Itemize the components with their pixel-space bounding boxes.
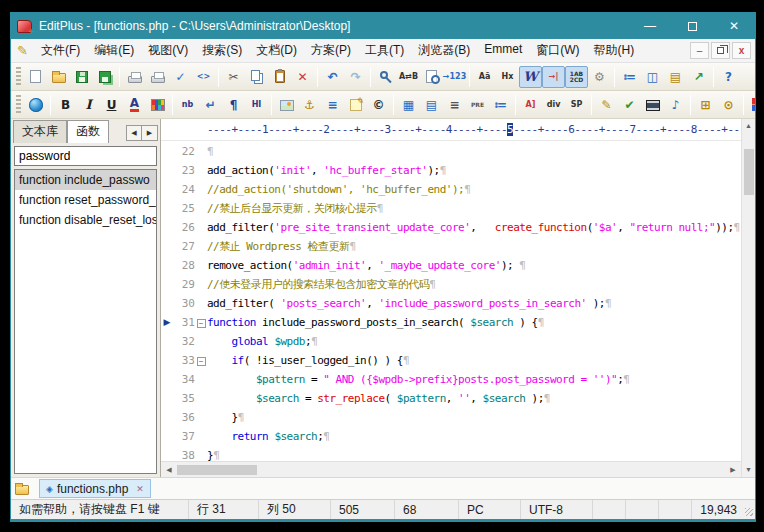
- menu-item-3[interactable]: 视图(V): [141, 39, 195, 62]
- fold-collapse-icon[interactable]: −: [195, 313, 207, 332]
- goto-line-icon[interactable]: →123: [443, 66, 466, 88]
- function-list-item[interactable]: function reset_password_: [15, 190, 156, 210]
- heading-icon[interactable]: HI: [245, 94, 268, 116]
- code-line-38[interactable]: 38}¶: [161, 446, 741, 461]
- code-line-30[interactable]: 30add_filter( 'posts_search', 'include_p…: [161, 294, 741, 313]
- paste-icon[interactable]: [268, 66, 291, 88]
- span-tag-icon[interactable]: A]: [519, 94, 542, 116]
- spell-check-icon[interactable]: ✓: [169, 66, 192, 88]
- open-file-icon[interactable]: [47, 66, 70, 88]
- comment-note-icon[interactable]: [344, 94, 367, 116]
- function-list-item[interactable]: function include_passwo: [15, 170, 156, 190]
- resize-grip[interactable]: [745, 508, 753, 516]
- italic-icon[interactable]: I: [77, 94, 100, 116]
- hex-view-icon[interactable]: Hx: [496, 66, 519, 88]
- new-file-icon[interactable]: [24, 66, 47, 88]
- script-check-icon[interactable]: ✔: [618, 94, 641, 116]
- code-editor[interactable]: 22¶23add_action('init', 'hc_buffer_start…: [161, 141, 741, 461]
- redo-icon[interactable]: ↷: [344, 66, 367, 88]
- code-line-33[interactable]: 33− if( !is_user_logged_in() ) {¶: [161, 351, 741, 370]
- find-icon[interactable]: [374, 66, 397, 88]
- nbsp-icon[interactable]: nb: [176, 94, 199, 116]
- print-preview-icon[interactable]: [123, 66, 146, 88]
- insert-movie-icon[interactable]: [641, 94, 664, 116]
- mdi-close-button[interactable]: x: [732, 42, 751, 59]
- folder-icon[interactable]: [15, 485, 29, 495]
- menu-item-7[interactable]: 工具(T): [358, 39, 411, 62]
- menu-item-11[interactable]: 帮助(H): [587, 39, 642, 62]
- browser-window-icon[interactable]: ↗: [687, 66, 710, 88]
- textarea-tag-icon[interactable]: ⊞: [694, 94, 717, 116]
- toolbar-grip[interactable]: [16, 67, 21, 87]
- delete-icon[interactable]: ✕: [291, 66, 314, 88]
- menu-item-4[interactable]: 搜索(S): [195, 39, 249, 62]
- horizontal-scroll-thumb[interactable]: [177, 465, 257, 475]
- title-bar[interactable]: EditPlus - [functions.php - C:\Users\Adm…: [11, 13, 755, 39]
- preferences-icon[interactable]: ⚙: [588, 66, 611, 88]
- mdi-minimize-button[interactable]: –: [690, 42, 709, 59]
- tab-close-icon[interactable]: ✕: [136, 484, 144, 494]
- split-window-icon[interactable]: ◫: [641, 66, 664, 88]
- bold-icon[interactable]: B: [54, 94, 77, 116]
- scroll-up-arrow-icon[interactable]: ▲: [745, 119, 752, 133]
- browser-preview-icon[interactable]: [24, 94, 47, 116]
- function-list-item[interactable]: function disable_reset_los: [15, 210, 156, 230]
- copy-icon[interactable]: [245, 66, 268, 88]
- bullet-list-icon[interactable]: ≔: [489, 94, 512, 116]
- scroll-down-arrow-icon[interactable]: ▼: [745, 463, 752, 477]
- sp-tag-icon[interactable]: SP: [565, 94, 588, 116]
- underline-icon[interactable]: U: [100, 94, 123, 116]
- code-line-28[interactable]: 28remove_action('admin_init', '_maybe_up…: [161, 256, 741, 275]
- anchor-icon[interactable]: ⚓: [298, 94, 321, 116]
- code-line-22[interactable]: 22¶: [161, 142, 741, 161]
- form-edit-icon[interactable]: ✎: [595, 94, 618, 116]
- menu-item-5[interactable]: 文档(D): [249, 39, 304, 62]
- insert-table-icon[interactable]: ▦: [397, 94, 420, 116]
- document-tab-functions-php[interactable]: ◈ functions.php ✕: [39, 479, 151, 498]
- directory-window-icon[interactable]: ▤: [664, 66, 687, 88]
- object-picker-icon[interactable]: [747, 94, 755, 116]
- fold-collapse-icon[interactable]: −: [195, 351, 207, 370]
- font-color-icon[interactable]: A: [123, 94, 146, 116]
- code-line-25[interactable]: 25//禁止后台显示更新，关闭核心提示¶: [161, 199, 741, 218]
- insert-music-icon[interactable]: ♪: [664, 94, 687, 116]
- tab-scroll-right-icon[interactable]: ▶: [142, 125, 158, 141]
- find-in-files-icon[interactable]: [420, 66, 443, 88]
- line-break-icon[interactable]: ↵: [199, 94, 222, 116]
- tab-functions[interactable]: 函数: [67, 120, 109, 143]
- case-convert-icon[interactable]: Aā: [473, 66, 496, 88]
- function-filter-input[interactable]: [14, 146, 157, 166]
- table-cell-icon[interactable]: ▤: [420, 94, 443, 116]
- code-line-32[interactable]: 32 global $wpdb;¶: [161, 332, 741, 351]
- show-tab-marks-icon[interactable]: →|: [542, 66, 565, 88]
- vertical-scroll-thumb[interactable]: [744, 149, 754, 195]
- horizontal-rule-icon[interactable]: ≡: [321, 94, 344, 116]
- code-line-31[interactable]: ▶31−function include_password_posts_in_s…: [161, 313, 741, 332]
- paragraph-mark-icon[interactable]: ¶: [222, 94, 245, 116]
- undo-icon[interactable]: ↶: [321, 66, 344, 88]
- context-help-icon[interactable]: ?: [717, 66, 740, 88]
- vertical-scrollbar[interactable]: ▲ ▼: [741, 119, 755, 477]
- tab-scroll-left-icon[interactable]: ◀: [126, 125, 142, 141]
- code-line-36[interactable]: 36 }¶: [161, 408, 741, 427]
- save-icon[interactable]: [70, 66, 93, 88]
- line-numbers-icon[interactable]: 1AB 2CD: [565, 66, 588, 88]
- close-button[interactable]: ✕: [713, 13, 755, 39]
- color-picker-icon[interactable]: [146, 94, 169, 116]
- div-tag-icon[interactable]: div: [542, 94, 565, 116]
- insert-image-icon[interactable]: [275, 94, 298, 116]
- document-list-icon[interactable]: ≔: [618, 66, 641, 88]
- code-view-icon[interactable]: <>: [192, 66, 215, 88]
- code-line-24[interactable]: 24//add_action('shutdown', 'hc_buffer_en…: [161, 180, 741, 199]
- code-line-37[interactable]: 37 return $search;¶: [161, 427, 741, 446]
- toolbar-grip[interactable]: [16, 95, 21, 115]
- horizontal-scrollbar[interactable]: ◀ ▶: [161, 461, 741, 477]
- code-line-29[interactable]: 29//使未登录用户的搜索结果包含加密文章的代码¶: [161, 275, 741, 294]
- menu-item-2[interactable]: 编辑(E): [87, 39, 141, 62]
- mdi-restore-button[interactable]: [711, 42, 730, 59]
- menu-item-10[interactable]: 窗口(W): [529, 39, 586, 62]
- scroll-left-arrow-icon[interactable]: ◀: [161, 466, 177, 474]
- code-line-35[interactable]: 35 $search = str_replace( $pattern, '', …: [161, 389, 741, 408]
- minimize-button[interactable]: —: [629, 13, 671, 39]
- scroll-right-arrow-icon[interactable]: ▶: [725, 466, 741, 474]
